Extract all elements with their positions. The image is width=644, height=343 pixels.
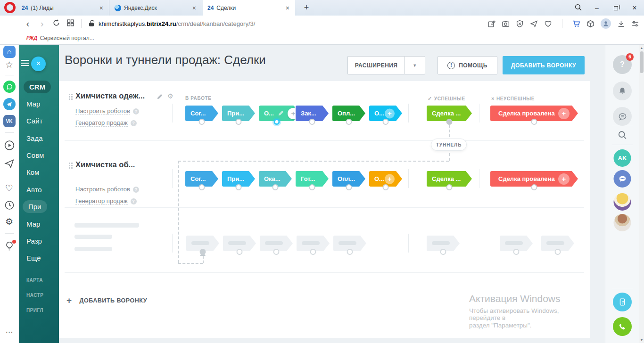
tunnel-dot[interactable] — [236, 184, 242, 190]
tunnel-dot[interactable] — [199, 119, 205, 125]
my-flow-icon[interactable] — [4, 158, 15, 171]
stage[interactable]: О...+ — [369, 106, 402, 121]
sidebar-item-developers[interactable]: Разр — [26, 237, 42, 245]
stage[interactable]: При... — [222, 106, 255, 121]
scroll-down-icon[interactable]: ▼ — [639, 338, 644, 342]
player-icon[interactable] — [4, 140, 15, 153]
add-stage-icon[interactable]: + — [558, 108, 570, 119]
mobile-app-button[interactable] — [613, 293, 632, 311]
scrollbar-thumb[interactable] — [640, 51, 644, 73]
user-avatar-photo[interactable] — [614, 193, 631, 211]
edit-pencil-icon[interactable] — [157, 93, 163, 100]
menu-hamburger-icon[interactable] — [21, 60, 29, 66]
notifications-bell-button[interactable] — [613, 82, 632, 100]
stage-hovered[interactable]: О... + — [259, 106, 295, 121]
stage[interactable]: Опл... — [332, 171, 365, 187]
settings-gear-icon[interactable]: ⚙ — [5, 216, 13, 227]
tab-close-icon[interactable]: × — [99, 4, 104, 12]
settings-sliders-icon[interactable] — [631, 20, 639, 28]
tunnel-dot[interactable] — [446, 184, 453, 190]
sidebar-item-crm[interactable]: CRM — [24, 81, 51, 93]
tunnel-dot[interactable] — [346, 184, 352, 190]
add-stage-icon[interactable]: + — [558, 173, 570, 185]
stage[interactable]: Сог... — [185, 171, 218, 187]
tab-deals-active[interactable]: 24 Сделки × — [203, 0, 295, 16]
close-button[interactable]: × — [625, 4, 644, 12]
stage-success[interactable]: Сделка ... — [427, 171, 472, 187]
question-badge[interactable]: ? — [133, 108, 139, 114]
question-badge[interactable]: ? — [131, 198, 137, 204]
help-button[interactable]: ? 6 — [613, 55, 632, 74]
tunnel-dot[interactable] — [236, 119, 242, 125]
stage[interactable]: Зак... — [296, 106, 329, 121]
stage[interactable]: Опл... — [332, 106, 365, 121]
tunnel-dot-connected[interactable] — [446, 119, 453, 125]
whatsapp-icon[interactable] — [3, 81, 16, 93]
sidebar-more-icon[interactable]: ⋯ — [6, 327, 13, 336]
forward-icon[interactable]: › — [35, 18, 49, 29]
search-button[interactable] — [618, 130, 627, 142]
restore-button[interactable] — [606, 4, 625, 12]
edit-pencil-icon[interactable] — [278, 110, 284, 116]
configure-robots-link[interactable]: Настроить роботов? — [75, 107, 139, 114]
telegram-icon[interactable] — [3, 98, 16, 110]
stage-fail[interactable]: Сделка провалена+ — [490, 106, 578, 121]
extension-cube-icon[interactable] — [586, 20, 594, 28]
url-field[interactable]: khimchistkaplyus.bitrix24.ru/crm/deal/ka… — [99, 20, 255, 27]
bookmark-item[interactable]: Сервисный портал... — [40, 35, 94, 41]
stage-success[interactable]: Сделка ... — [427, 106, 472, 121]
vk-icon[interactable]: VK — [3, 115, 16, 127]
help-button[interactable]: ! ПОМОЩЬ — [438, 56, 497, 74]
bookmarks-heart-icon[interactable]: ♡ — [5, 183, 13, 194]
profile-avatar-icon[interactable] — [601, 18, 611, 29]
shopping-cart-icon[interactable] — [572, 20, 580, 28]
sidebar-item-tasks[interactable]: Зада — [26, 134, 43, 142]
add-stage-icon[interactable]: + — [385, 174, 395, 184]
tunnel-dot[interactable] — [199, 184, 205, 190]
sidebar-item-automation[interactable]: Авто — [26, 186, 42, 194]
tab-close-icon[interactable]: × — [191, 4, 197, 12]
extensions-button[interactable]: РАСШИРЕНИЯ — [347, 56, 405, 74]
tunnel-dot[interactable] — [531, 184, 537, 190]
bookmark-edit-icon[interactable] — [487, 20, 495, 28]
sidebar-close-button[interactable]: × — [31, 57, 46, 71]
extensions-dropdown-arrow[interactable]: ▼ — [405, 56, 425, 74]
reload-icon[interactable] — [49, 18, 63, 29]
minimize-button[interactable]: – — [587, 4, 606, 12]
sidebar-item-more[interactable]: Ещё — [26, 254, 41, 262]
sidebar-item-sitemap[interactable]: КАРТА — [26, 278, 43, 283]
configure-robots-link[interactable]: Настроить роботов? — [75, 186, 139, 193]
stage[interactable]: При... — [222, 171, 255, 187]
tab-leads[interactable]: 24 (1) Лиды × — [17, 0, 109, 16]
new-tab-button[interactable]: + — [300, 2, 313, 14]
vertical-scrollbar[interactable]: ▲ ▼ — [639, 45, 644, 343]
lock-icon[interactable] — [89, 23, 94, 26]
tunnel-dot[interactable] — [346, 119, 352, 125]
downloads-icon[interactable] — [617, 20, 625, 28]
stage[interactable]: Ока... — [259, 171, 292, 187]
sidebar-item-configure-menu[interactable]: НАСТР — [26, 293, 43, 298]
funnel-settings-gear-icon[interactable]: ⚙ — [167, 92, 174, 99]
sidebar-item-company[interactable]: Ком — [26, 168, 39, 176]
stage[interactable]: О...+ — [369, 171, 402, 187]
speed-dial-icon[interactable] — [63, 18, 77, 29]
speed-dial-star-icon[interactable]: ☆ — [5, 59, 13, 70]
window-search-icon[interactable] — [569, 3, 587, 13]
sales-generator-link[interactable]: Генератор продаж? — [75, 119, 137, 126]
add-stage-icon[interactable]: + — [385, 108, 395, 118]
chat-button[interactable] — [613, 107, 632, 126]
adblock-shield-icon[interactable] — [516, 20, 524, 28]
back-icon[interactable]: ‹ — [21, 18, 35, 29]
opera-logo-icon[interactable] — [4, 2, 16, 13]
drag-handle-icon[interactable] — [68, 93, 73, 100]
sidebar-item-sites[interactable]: Сайт — [26, 117, 43, 125]
bookmark-heart-icon[interactable] — [544, 20, 552, 28]
tunnel-label[interactable]: ТУННЕЛЬ — [431, 139, 467, 151]
tunnel-dot[interactable] — [531, 119, 537, 125]
tunnel-dot[interactable] — [272, 184, 279, 190]
tunnel-dot[interactable] — [309, 119, 315, 125]
tab-close-icon[interactable]: × — [285, 4, 290, 12]
history-clock-icon[interactable] — [4, 200, 14, 212]
user-avatar-ak[interactable]: AK — [614, 149, 631, 167]
tunnel-dot[interactable] — [383, 119, 389, 125]
